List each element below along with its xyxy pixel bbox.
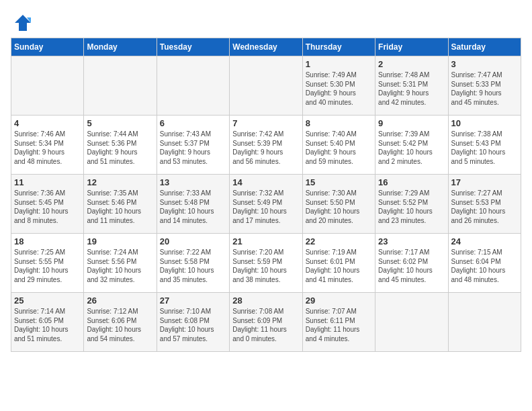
calendar-cell <box>84 56 157 116</box>
day-number: 29 <box>306 295 372 306</box>
cell-content: Sunrise: 7:44 AMSunset: 5:36 PMDaylight:… <box>87 130 153 166</box>
calendar-cell: 27Sunrise: 7:10 AMSunset: 6:08 PMDayligh… <box>157 293 229 352</box>
cell-content: Sunrise: 7:30 AMSunset: 5:50 PMDaylight:… <box>306 189 372 225</box>
calendar-cell: 17Sunrise: 7:27 AMSunset: 5:53 PMDayligh… <box>448 175 521 234</box>
cell-content: Sunrise: 7:19 AMSunset: 6:01 PMDaylight:… <box>306 248 372 284</box>
calendar-cell: 1Sunrise: 7:49 AMSunset: 5:30 PMDaylight… <box>302 56 375 116</box>
day-number: 20 <box>160 236 226 246</box>
day-number: 23 <box>378 236 445 246</box>
calendar-cell: 15Sunrise: 7:30 AMSunset: 5:50 PMDayligh… <box>302 175 375 234</box>
weekday-header-thursday: Thursday <box>302 38 375 56</box>
calendar-cell: 12Sunrise: 7:35 AMSunset: 5:46 PMDayligh… <box>84 175 157 234</box>
day-number: 8 <box>306 118 372 128</box>
calendar-cell: 20Sunrise: 7:22 AMSunset: 5:58 PMDayligh… <box>157 234 229 293</box>
calendar-cell: 19Sunrise: 7:24 AMSunset: 5:56 PMDayligh… <box>84 234 157 293</box>
day-number: 19 <box>87 236 153 246</box>
day-number: 21 <box>232 236 299 246</box>
calendar-cell: 23Sunrise: 7:17 AMSunset: 6:02 PMDayligh… <box>375 234 448 293</box>
cell-content: Sunrise: 7:35 AMSunset: 5:46 PMDaylight:… <box>87 189 153 225</box>
calendar-cell: 16Sunrise: 7:29 AMSunset: 5:52 PMDayligh… <box>375 175 448 234</box>
day-number: 27 <box>160 295 226 306</box>
day-number: 6 <box>160 118 226 128</box>
cell-content: Sunrise: 7:17 AMSunset: 6:02 PMDaylight:… <box>378 248 445 284</box>
cell-content: Sunrise: 7:49 AMSunset: 5:30 PMDaylight:… <box>306 71 372 107</box>
weekday-header-monday: Monday <box>84 38 157 56</box>
calendar-cell: 9Sunrise: 7:39 AMSunset: 5:42 PMDaylight… <box>375 116 448 175</box>
cell-content: Sunrise: 7:32 AMSunset: 5:49 PMDaylight:… <box>232 189 299 225</box>
day-number: 5 <box>87 118 153 128</box>
calendar-cell: 21Sunrise: 7:20 AMSunset: 5:59 PMDayligh… <box>230 234 302 293</box>
calendar-cell: 28Sunrise: 7:08 AMSunset: 6:09 PMDayligh… <box>230 293 302 352</box>
header <box>11 11 521 32</box>
calendar-cell: 6Sunrise: 7:43 AMSunset: 5:37 PMDaylight… <box>157 116 229 175</box>
cell-content: Sunrise: 7:27 AMSunset: 5:53 PMDaylight:… <box>451 189 518 225</box>
day-number: 13 <box>160 177 226 187</box>
day-number: 28 <box>232 295 299 306</box>
day-number: 7 <box>232 118 299 128</box>
calendar-week-row: 1Sunrise: 7:49 AMSunset: 5:30 PMDaylight… <box>11 56 521 116</box>
day-number: 16 <box>378 177 445 187</box>
cell-content: Sunrise: 7:20 AMSunset: 5:59 PMDaylight:… <box>232 248 299 284</box>
calendar-cell: 26Sunrise: 7:12 AMSunset: 6:06 PMDayligh… <box>84 293 157 352</box>
calendar-cell <box>230 56 302 116</box>
cell-content: Sunrise: 7:43 AMSunset: 5:37 PMDaylight:… <box>160 130 226 166</box>
calendar-cell: 2Sunrise: 7:48 AMSunset: 5:31 PMDaylight… <box>375 56 448 116</box>
calendar-cell: 11Sunrise: 7:36 AMSunset: 5:45 PMDayligh… <box>11 175 84 234</box>
weekday-header-sunday: Sunday <box>11 38 84 56</box>
logo-icon <box>13 13 32 32</box>
day-number: 12 <box>87 177 153 187</box>
calendar-cell <box>11 56 84 116</box>
weekday-header-saturday: Saturday <box>448 38 521 56</box>
day-number: 11 <box>14 177 81 187</box>
day-number: 18 <box>14 236 81 246</box>
calendar-cell: 10Sunrise: 7:38 AMSunset: 5:43 PMDayligh… <box>448 116 521 175</box>
day-number: 26 <box>87 295 153 306</box>
weekday-header-row: SundayMondayTuesdayWednesdayThursdayFrid… <box>11 38 521 56</box>
cell-content: Sunrise: 7:47 AMSunset: 5:33 PMDaylight:… <box>451 71 518 107</box>
day-number: 15 <box>306 177 372 187</box>
day-number: 9 <box>378 118 445 128</box>
calendar-cell: 8Sunrise: 7:40 AMSunset: 5:40 PMDaylight… <box>302 116 375 175</box>
cell-content: Sunrise: 7:48 AMSunset: 5:31 PMDaylight:… <box>378 71 445 107</box>
day-number: 4 <box>14 118 81 128</box>
cell-content: Sunrise: 7:25 AMSunset: 5:55 PMDaylight:… <box>14 248 81 284</box>
weekday-header-tuesday: Tuesday <box>157 38 229 56</box>
cell-content: Sunrise: 7:46 AMSunset: 5:34 PMDaylight:… <box>14 130 81 166</box>
cell-content: Sunrise: 7:07 AMSunset: 6:11 PMDaylight:… <box>306 307 372 343</box>
day-number: 2 <box>378 59 445 69</box>
day-number: 24 <box>451 236 518 246</box>
calendar-cell <box>157 56 229 116</box>
day-number: 3 <box>451 59 518 69</box>
calendar-cell: 24Sunrise: 7:15 AMSunset: 6:04 PMDayligh… <box>448 234 521 293</box>
calendar-cell: 7Sunrise: 7:42 AMSunset: 5:39 PMDaylight… <box>230 116 302 175</box>
cell-content: Sunrise: 7:38 AMSunset: 5:43 PMDaylight:… <box>451 130 518 166</box>
cell-content: Sunrise: 7:29 AMSunset: 5:52 PMDaylight:… <box>378 189 445 225</box>
weekday-header-friday: Friday <box>375 38 448 56</box>
logo <box>11 13 32 32</box>
cell-content: Sunrise: 7:24 AMSunset: 5:56 PMDaylight:… <box>87 248 153 284</box>
cell-content: Sunrise: 7:10 AMSunset: 6:08 PMDaylight:… <box>160 307 226 343</box>
calendar-table: SundayMondayTuesdayWednesdayThursdayFrid… <box>11 38 521 352</box>
calendar-cell: 5Sunrise: 7:44 AMSunset: 5:36 PMDaylight… <box>84 116 157 175</box>
cell-content: Sunrise: 7:36 AMSunset: 5:45 PMDaylight:… <box>14 189 81 225</box>
cell-content: Sunrise: 7:15 AMSunset: 6:04 PMDaylight:… <box>451 248 518 284</box>
calendar-cell: 4Sunrise: 7:46 AMSunset: 5:34 PMDaylight… <box>11 116 84 175</box>
cell-content: Sunrise: 7:14 AMSunset: 6:05 PMDaylight:… <box>14 307 81 343</box>
day-number: 17 <box>451 177 518 187</box>
cell-content: Sunrise: 7:08 AMSunset: 6:09 PMDaylight:… <box>232 307 299 343</box>
day-number: 14 <box>232 177 299 187</box>
cell-content: Sunrise: 7:39 AMSunset: 5:42 PMDaylight:… <box>378 130 445 166</box>
calendar-week-row: 11Sunrise: 7:36 AMSunset: 5:45 PMDayligh… <box>11 175 521 234</box>
calendar-cell: 22Sunrise: 7:19 AMSunset: 6:01 PMDayligh… <box>302 234 375 293</box>
cell-content: Sunrise: 7:40 AMSunset: 5:40 PMDaylight:… <box>306 130 372 166</box>
calendar-week-row: 18Sunrise: 7:25 AMSunset: 5:55 PMDayligh… <box>11 234 521 293</box>
day-number: 10 <box>451 118 518 128</box>
cell-content: Sunrise: 7:22 AMSunset: 5:58 PMDaylight:… <box>160 248 226 284</box>
calendar-cell: 25Sunrise: 7:14 AMSunset: 6:05 PMDayligh… <box>11 293 84 352</box>
calendar-cell: 14Sunrise: 7:32 AMSunset: 5:49 PMDayligh… <box>230 175 302 234</box>
cell-content: Sunrise: 7:12 AMSunset: 6:06 PMDaylight:… <box>87 307 153 343</box>
calendar-cell <box>448 293 521 352</box>
calendar-cell: 13Sunrise: 7:33 AMSunset: 5:48 PMDayligh… <box>157 175 229 234</box>
day-number: 25 <box>14 295 81 306</box>
svg-marker-0 <box>15 15 31 31</box>
